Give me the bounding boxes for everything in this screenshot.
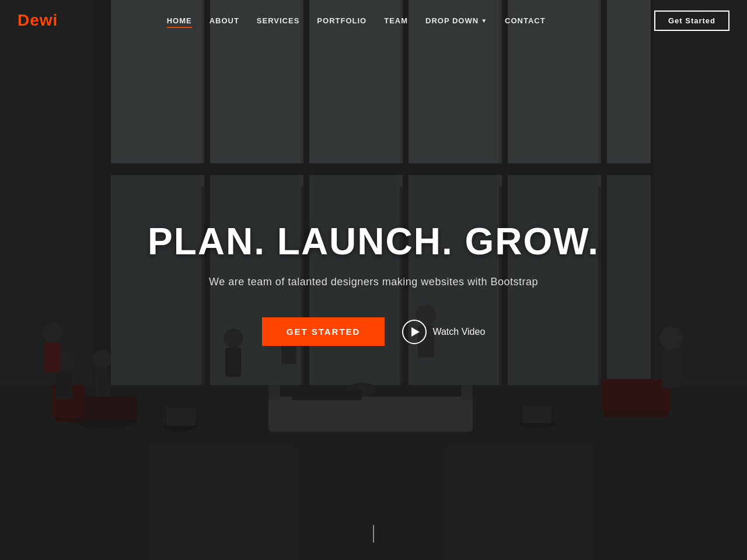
nav-item-home[interactable]: HOME bbox=[167, 15, 192, 26]
hero-buttons: GET STARTED Watch Video bbox=[262, 317, 486, 346]
nav-link-team[interactable]: TEAM bbox=[384, 16, 408, 25]
nav-link-services[interactable]: SERVICES bbox=[257, 16, 300, 25]
brand-logo[interactable]: Dewi bbox=[18, 11, 58, 30]
nav-item-team[interactable]: TEAM bbox=[384, 15, 408, 26]
watch-video-label: Watch Video bbox=[432, 327, 485, 337]
hero-subtitle: We are team of talanted designers making… bbox=[209, 276, 538, 288]
nav-menu: HOME ABOUT SERVICES PORTFOLIO TEAM DROP … bbox=[167, 15, 546, 26]
hero-section: Dewi HOME ABOUT SERVICES PORTFOLIO TEAM … bbox=[0, 0, 747, 560]
nav-item-portfolio[interactable]: PORTFOLIO bbox=[317, 15, 366, 26]
nav-cta-button[interactable]: Get Started bbox=[654, 10, 729, 31]
scroll-line bbox=[373, 525, 374, 542]
navbar: Dewi HOME ABOUT SERVICES PORTFOLIO TEAM … bbox=[0, 0, 747, 41]
hero-title: PLAN. LAUNCH. GROW. bbox=[148, 220, 599, 263]
brand-name: Dewi bbox=[18, 11, 58, 29]
scroll-indicator bbox=[373, 525, 374, 542]
nav-link-contact[interactable]: CONTACT bbox=[505, 16, 546, 25]
get-started-button[interactable]: GET STARTED bbox=[262, 317, 385, 346]
nav-link-portfolio[interactable]: PORTFOLIO bbox=[317, 16, 366, 25]
nav-item-services[interactable]: SERVICES bbox=[257, 15, 300, 26]
nav-link-about[interactable]: ABOUT bbox=[210, 16, 239, 25]
nav-link-dropdown[interactable]: DROP DOWN ▼ bbox=[425, 16, 487, 25]
play-circle-icon bbox=[402, 320, 427, 344]
chevron-down-icon: ▼ bbox=[481, 18, 487, 24]
nav-link-dropdown-label: DROP DOWN bbox=[425, 16, 479, 25]
play-triangle-icon bbox=[411, 327, 420, 337]
hero-content: PLAN. LAUNCH. GROW. We are team of talan… bbox=[0, 41, 747, 560]
nav-item-dropdown[interactable]: DROP DOWN ▼ bbox=[425, 16, 487, 25]
nav-item-contact[interactable]: CONTACT bbox=[505, 15, 546, 26]
watch-video-button[interactable]: Watch Video bbox=[402, 320, 485, 344]
nav-item-about[interactable]: ABOUT bbox=[210, 15, 239, 26]
nav-link-home[interactable]: HOME bbox=[167, 16, 192, 28]
